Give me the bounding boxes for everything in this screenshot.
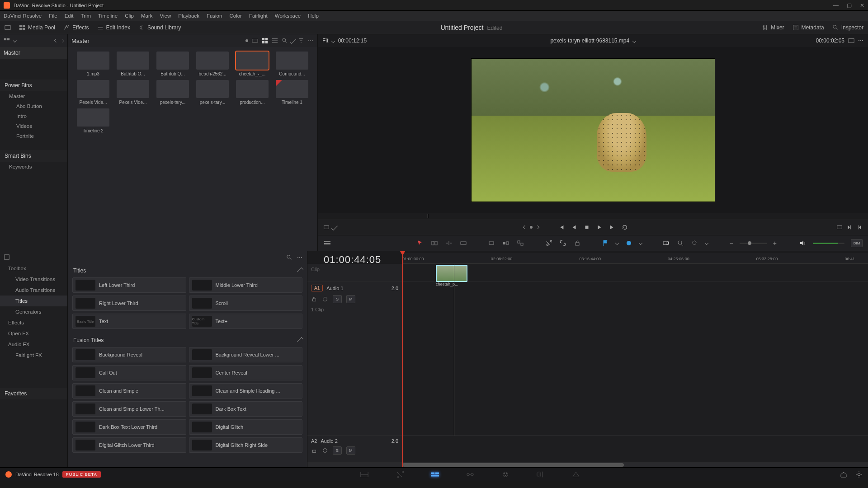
fx-category[interactable]: Audio Transitions	[0, 285, 67, 296]
stop-icon[interactable]	[584, 224, 590, 230]
media-thumb[interactable]: Bathtub Q...	[154, 52, 192, 76]
play-icon[interactable]	[596, 224, 603, 230]
menu-fairlight[interactable]: Fairlight	[249, 13, 268, 19]
metadata-toggle[interactable]: Metadata	[793, 24, 824, 31]
fusion-page-icon[interactable]	[465, 470, 475, 479]
effects-toggle[interactable]: Effects	[63, 24, 89, 31]
mute-button[interactable]: M	[346, 446, 355, 455]
flag-dropdown[interactable]	[615, 241, 618, 245]
link-icon[interactable]	[559, 239, 567, 247]
razor-icon[interactable]	[544, 239, 552, 247]
search-dropdown[interactable]	[290, 38, 296, 44]
goto-start-icon[interactable]	[558, 224, 565, 230]
fairlight-page-icon[interactable]	[536, 470, 546, 479]
zoom-out-icon[interactable]: −	[730, 239, 733, 247]
deliver-page-icon[interactable]	[571, 470, 581, 479]
fusion-group-header[interactable]: Fusion Titles	[73, 337, 104, 343]
prev-clip-nav[interactable]	[523, 225, 527, 229]
track-auto-icon[interactable]	[322, 296, 328, 302]
marker-icon[interactable]	[625, 239, 633, 247]
mark-out-icon[interactable]	[856, 224, 863, 230]
search-icon[interactable]	[282, 38, 288, 44]
viewer-options-dropdown[interactable]	[331, 224, 338, 230]
media-thumb[interactable]: Pexels Vide...	[114, 80, 152, 105]
menu-mark[interactable]: Mark	[141, 13, 153, 19]
fx-category[interactable]: Fairlight FX	[0, 350, 67, 361]
fusion-title-preset[interactable]: Background Reveal	[72, 347, 186, 362]
volume-slider[interactable]	[813, 243, 844, 244]
settings-icon[interactable]	[855, 471, 863, 478]
menu-fusion[interactable]: Fusion	[207, 13, 222, 19]
track-auto-icon[interactable]	[322, 447, 328, 454]
zoom-toggle-icon[interactable]	[662, 239, 670, 247]
menu-clip[interactable]: Clip	[125, 13, 134, 19]
media-thumb[interactable]: pexels-tary...	[154, 80, 192, 105]
bin-item[interactable]: Fortnite	[0, 131, 67, 141]
power-bins-header[interactable]: Power Bins	[0, 80, 67, 91]
media-thumb[interactable]: cheetah_-_...	[233, 52, 271, 76]
menu-color[interactable]: Color	[229, 13, 241, 19]
replace-clip-icon[interactable]	[516, 239, 524, 247]
sound-library-toggle[interactable]: Sound Library	[138, 24, 181, 31]
edit-index-toggle[interactable]: Edit Index	[97, 24, 130, 31]
smart-bins-header[interactable]: Smart Bins	[0, 150, 67, 162]
fx-category[interactable]: Video Transitions	[0, 274, 67, 285]
menu-trim[interactable]: Trim	[81, 13, 91, 19]
menu-workspace[interactable]: Workspace	[275, 13, 301, 19]
mark-in-icon[interactable]	[846, 224, 853, 230]
overwrite-clip-icon[interactable]	[502, 239, 510, 247]
title-preset[interactable]: Scroll	[189, 296, 303, 311]
solo-button[interactable]: S	[333, 446, 342, 455]
fx-category[interactable]: Titles	[0, 296, 67, 306]
viewer-canvas[interactable]	[318, 47, 868, 213]
breadcrumb[interactable]: Master	[71, 38, 90, 44]
color-page-icon[interactable]	[500, 470, 510, 479]
viewer-options-icon[interactable]	[323, 224, 330, 230]
dynamic-trim-icon[interactable]	[445, 239, 453, 247]
match-frame-icon[interactable]	[836, 224, 843, 230]
fusion-title-preset[interactable]: Call Out	[72, 365, 186, 380]
fx-category[interactable]: Toolbox	[0, 263, 67, 274]
solo-button[interactable]: S	[333, 295, 342, 303]
home-icon[interactable]	[840, 471, 847, 478]
playhead[interactable]	[402, 251, 403, 467]
fx-search-icon[interactable]	[286, 254, 292, 261]
track-lock-icon[interactable]	[311, 296, 317, 302]
menu-timeline[interactable]: Timeline	[98, 13, 118, 19]
fusion-title-preset[interactable]: Digital Glitch Right Side	[189, 437, 303, 453]
media-thumb[interactable]: Timeline 2	[74, 108, 112, 133]
zoom-slider[interactable]	[740, 243, 767, 244]
title-preset[interactable]: Left Lower Third	[72, 277, 186, 293]
strip-view-icon[interactable]	[252, 38, 258, 44]
fx-panel-icon[interactable]	[4, 254, 10, 260]
fit-dropdown[interactable]: Fit	[322, 38, 335, 44]
bin-nav-fwd[interactable]	[61, 39, 64, 42]
fx-category[interactable]: Generators	[0, 306, 67, 317]
media-thumb[interactable]: Bathtub O...	[114, 52, 152, 76]
viewer-mode-icon[interactable]	[848, 38, 854, 44]
marker-dropdown[interactable]	[638, 241, 642, 245]
track-header-a1[interactable]: A1 Audio 1 2.0 S M 1 Clip	[307, 282, 402, 435]
fusion-title-preset[interactable]: Dark Box Text Lower Third	[72, 419, 186, 435]
media-thumb[interactable]: Pexels Vide...	[74, 80, 112, 105]
menu-file[interactable]: File	[49, 13, 57, 19]
media-thumb[interactable]: pexels-tary...	[193, 80, 231, 105]
more-icon[interactable]: ⋯	[308, 38, 314, 44]
mute-button[interactable]: M	[346, 295, 355, 303]
bin-item[interactable]: Videos	[0, 121, 67, 131]
title-preset[interactable]: Right Lower Third	[72, 296, 186, 311]
timeline-ruler[interactable]: 01:00:00:0002:08:22:0003:16:44:0004:25:0…	[402, 253, 868, 264]
fusion-title-preset[interactable]: Clean and Simple	[72, 383, 186, 399]
sort-icon[interactable]	[298, 38, 304, 44]
next-clip-nav[interactable]	[536, 225, 539, 229]
viewer-more-icon[interactable]: ⋯	[858, 38, 863, 44]
fx-category[interactable]: Audio FX	[0, 339, 67, 350]
lock-icon[interactable]	[573, 239, 581, 247]
blade-tool-icon[interactable]	[459, 239, 467, 247]
media-thumb[interactable]: production...	[233, 80, 271, 105]
edit-page-icon[interactable]	[430, 470, 440, 479]
fx-category[interactable]: Open FX	[0, 328, 67, 339]
media-page-icon[interactable]	[359, 470, 369, 479]
zoom-in-icon[interactable]: +	[773, 239, 777, 247]
volume-icon[interactable]	[798, 239, 807, 247]
